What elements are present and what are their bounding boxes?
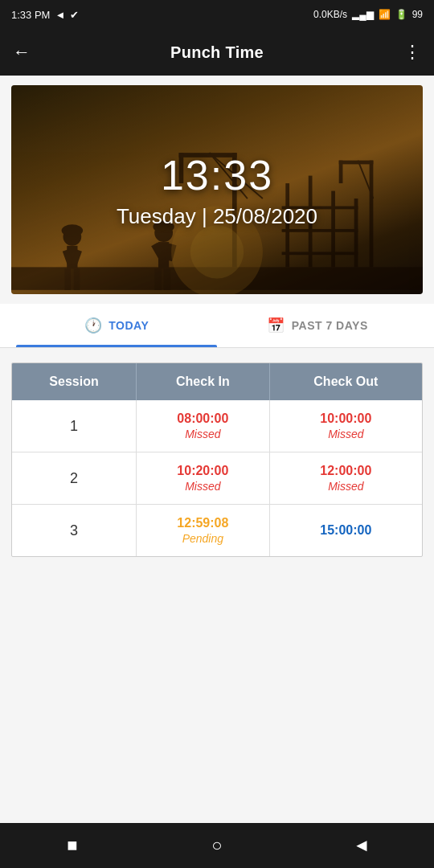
check-icon: ✔ (70, 9, 79, 21)
tab-past7days-label: PAST 7 DAYS (292, 319, 368, 332)
session-number: 1 (12, 400, 137, 452)
table-row: 1 08:00:00 Missed 10:00:00 Missed (12, 400, 422, 452)
checkout-3: 15:00:00 (269, 505, 422, 557)
nav-back-button[interactable]: ◄ (346, 829, 378, 862)
calendar-icon: 📅 (267, 317, 285, 334)
status-right: 0.0KB/s ▂▄▆ 📶 🔋 99 (313, 9, 423, 20)
hero-overlay: 13:33 Tuesday | 25/08/2020 (11, 85, 423, 294)
table-row: 2 10:20:00 Missed 12:00:00 Missed (12, 452, 422, 505)
status-bar: 1:33 PM ◄ ✔ 0.0KB/s ▂▄▆ 📶 🔋 99 (0, 0, 434, 29)
signal-icon: ▂▄▆ (352, 9, 374, 20)
tab-past7days[interactable]: 📅 PAST 7 DAYS (217, 304, 418, 347)
tab-today-label: TODAY (108, 319, 149, 332)
clock-icon: 🕐 (84, 317, 103, 334)
page-title: Punch Time (170, 43, 264, 62)
checkin-1: 08:00:00 Missed (137, 400, 270, 452)
tab-today[interactable]: 🕐 TODAY (16, 304, 217, 347)
header-checkout: Check Out (269, 363, 422, 400)
hero-clock: 13:33 (161, 151, 273, 199)
punch-time-table: Session Check In Check Out 1 08:00:00 Mi… (11, 362, 423, 557)
header-session: Session (12, 363, 137, 400)
nav-square-button[interactable]: ■ (56, 829, 88, 862)
menu-button[interactable]: ⋮ (403, 42, 421, 63)
wifi-icon: 📶 (379, 9, 391, 20)
session-number: 3 (12, 505, 137, 557)
checkout-2: 12:00:00 Missed (269, 452, 422, 505)
hero-section: 13:33 Tuesday | 25/08/2020 (11, 85, 423, 294)
hero-date: Tuesday | 25/08/2020 (117, 204, 317, 229)
status-time: 1:33 PM (11, 9, 50, 21)
table-header-row: Session Check In Check Out (12, 363, 422, 400)
bottom-navigation: ■ ○ ◄ (0, 823, 434, 868)
checkout-1: 10:00:00 Missed (269, 400, 422, 452)
checkin-3: 12:59:08 Pending (137, 505, 270, 557)
checkin-2: 10:20:00 Missed (137, 452, 270, 505)
status-left: 1:33 PM ◄ ✔ (11, 9, 79, 21)
network-speed: 0.0KB/s (313, 9, 347, 20)
tabs-container: 🕐 TODAY 📅 PAST 7 DAYS (0, 304, 434, 348)
nav-home-button[interactable]: ○ (201, 829, 233, 862)
back-arrow-icon: ◄ (55, 9, 65, 21)
battery-icon: 🔋 (395, 9, 407, 20)
table-row: 3 12:59:08 Pending 15:00:00 (12, 505, 422, 557)
header-checkin: Check In (137, 363, 270, 400)
top-bar: ← Punch Time ⋮ (0, 29, 434, 76)
back-button[interactable]: ← (13, 42, 31, 63)
session-number: 2 (12, 452, 137, 505)
battery-level: 99 (412, 9, 423, 20)
